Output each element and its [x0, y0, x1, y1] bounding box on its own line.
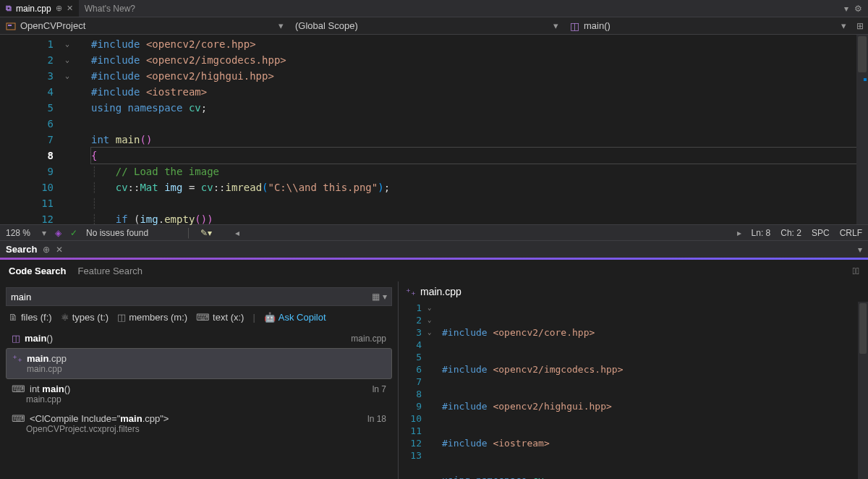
chevron-down-icon[interactable]: ▾ [844, 4, 848, 14]
intellisense-icon[interactable]: ◈ [55, 228, 61, 238]
editor-scrollbar[interactable] [856, 35, 868, 224]
search-tabs: Code Search Feature Search 👁̸ [0, 260, 868, 281]
line-indicator[interactable]: Ln: 8 [752, 228, 771, 238]
text-icon: ⌨ [12, 413, 25, 424]
chevron-down-icon: ▾ [278, 20, 284, 31]
preview-filename: main.cpp [420, 286, 461, 297]
search-preview-pane: ⁺₊ main.cpp 12345678910111213 ⌄⌄⌄ #inclu… [398, 281, 868, 479]
ask-copilot-button[interactable]: 🤖Ask Copilot [264, 312, 326, 323]
brush-icon[interactable]: ✎▾ [200, 228, 212, 238]
cpp-file-icon: ⁺₊ [406, 287, 416, 297]
close-icon[interactable]: ✕ [67, 4, 73, 13]
nav-scope-dropdown[interactable]: (Global Scope) ▾ [289, 20, 564, 31]
filter-types[interactable]: ⚛types (t:) [61, 312, 109, 323]
search-panel-title: Search [6, 244, 37, 255]
text-icon: ⌨ [196, 312, 210, 323]
search-result-function[interactable]: ◫main()main.cpp [6, 328, 392, 348]
tab-feature-search[interactable]: Feature Search [77, 266, 142, 276]
copilot-icon: 🤖 [264, 312, 276, 323]
tab-label: What's New? [85, 4, 135, 14]
filter-files[interactable]: 🗎files (f:) [9, 312, 52, 323]
gear-icon[interactable]: ⚙ [854, 4, 862, 14]
pin-icon[interactable]: ⊕ [43, 245, 50, 255]
search-input[interactable] [11, 292, 372, 302]
indent-mode[interactable]: SPC [812, 228, 830, 238]
file-icon: 🗎 [9, 312, 18, 323]
search-results-list: ◫main()main.cpp ⁺₊main.cpp main.cpp ⌨int… [6, 328, 392, 479]
project-icon [6, 21, 16, 31]
svg-rect-0 [7, 23, 15, 30]
tab-main-cpp[interactable]: ⧉ main.cpp ⊕ ✕ [0, 0, 79, 17]
preview-code[interactable]: #include <opencv2/core.hpp> #include <op… [442, 302, 858, 479]
search-body: ▦ ▾ 🗎files (f:) ⚛types (t:) ◫members (m:… [0, 281, 868, 479]
search-result-line[interactable]: ⌨int main()ln 7 main.cpp [6, 379, 392, 409]
column-indicator[interactable]: Ch: 2 [780, 228, 801, 238]
main-editor[interactable]: 123456789101112 ⌄⌄⌄ #include <opencv2/co… [0, 35, 868, 224]
zoom-level[interactable]: 128 % [6, 228, 30, 238]
editor-tab-bar: ⧉ main.cpp ⊕ ✕ What's New? ▾ ⚙ [0, 0, 868, 17]
search-result-line[interactable]: ⌨<ClCompile Include="main.cpp">ln 18 Ope… [6, 409, 392, 438]
chevron-down-icon: ▾ [553, 20, 558, 31]
eye-off-icon[interactable]: 👁̸ [853, 266, 860, 276]
preview-fold[interactable]: ⌄⌄⌄ [427, 302, 442, 479]
nav-project-dropdown[interactable]: OpenCVProject ▾ [0, 20, 289, 31]
search-results-pane: ▦ ▾ 🗎files (f:) ⚛types (t:) ◫members (m:… [0, 281, 398, 479]
preview-header: ⁺₊ main.cpp [399, 281, 868, 302]
nav-scope-label: (Global Scope) [295, 20, 358, 31]
scroll-left-icon[interactable]: ◂ [235, 228, 239, 238]
tab-label: main.cpp [16, 4, 51, 14]
scroll-right-icon[interactable]: ▸ [737, 228, 741, 238]
members-icon: ◫ [117, 312, 126, 323]
function-icon: ◫ [570, 20, 579, 32]
tab-bar-actions: ▾ ⚙ [838, 4, 868, 14]
function-icon: ◫ [12, 333, 20, 344]
tab-code-search[interactable]: Code Search [9, 266, 66, 276]
line-ending[interactable]: CRLF [840, 228, 862, 238]
nav-project-label: OpenCVProject [20, 20, 85, 31]
code-area[interactable]: #include <opencv2/core.hpp> #include <op… [91, 35, 856, 224]
filter-text[interactable]: ⌨text (x:) [196, 312, 244, 323]
line-number-gutter: 123456789101112 [0, 35, 65, 224]
chevron-down-icon: ▾ [841, 20, 846, 31]
nav-function-label: main() [584, 20, 610, 31]
text-icon: ⌨ [12, 383, 25, 394]
chevron-down-icon[interactable]: ▾ [42, 228, 46, 238]
cpp-file-icon: ⁺₊ [12, 353, 22, 364]
navigation-bar: OpenCVProject ▾ (Global Scope) ▾ ◫ main(… [0, 17, 868, 35]
nav-extras: ⊞ [852, 21, 868, 31]
svg-rect-1 [8, 25, 12, 26]
close-icon[interactable]: ✕ [56, 245, 63, 255]
chevron-down-icon[interactable]: ▾ [383, 292, 387, 302]
check-icon: ✓ [70, 228, 77, 238]
preview-editor[interactable]: 12345678910111213 ⌄⌄⌄ #include <opencv2/… [399, 302, 868, 479]
issues-label[interactable]: No issues found [86, 228, 148, 238]
types-icon: ⚛ [61, 312, 69, 323]
filter-members[interactable]: ◫members (m:) [117, 312, 187, 323]
pin-icon[interactable]: ⊕ [56, 4, 62, 13]
fold-column[interactable]: ⌄⌄⌄ [65, 35, 91, 224]
tab-whats-new[interactable]: What's New? [79, 0, 141, 17]
search-input-row: ▦ ▾ [6, 287, 392, 306]
nav-function-dropdown[interactable]: ◫ main() ▾ [564, 20, 852, 32]
search-filters: 🗎files (f:) ⚛types (t:) ◫members (m:) ⌨t… [6, 306, 392, 328]
preview-scrollbar[interactable] [858, 302, 868, 479]
search-panel-header: Search ⊕ ✕ ▾ [0, 240, 868, 258]
split-icon[interactable]: ⊞ [856, 21, 864, 31]
filter-icon[interactable]: ▦ [372, 292, 380, 302]
search-result-file[interactable]: ⁺₊main.cpp main.cpp [6, 348, 392, 379]
chevron-down-icon[interactable]: ▾ [858, 245, 862, 255]
preview-gutter: 12345678910111213 [399, 302, 427, 479]
cpp-file-icon: ⧉ [6, 4, 12, 13]
